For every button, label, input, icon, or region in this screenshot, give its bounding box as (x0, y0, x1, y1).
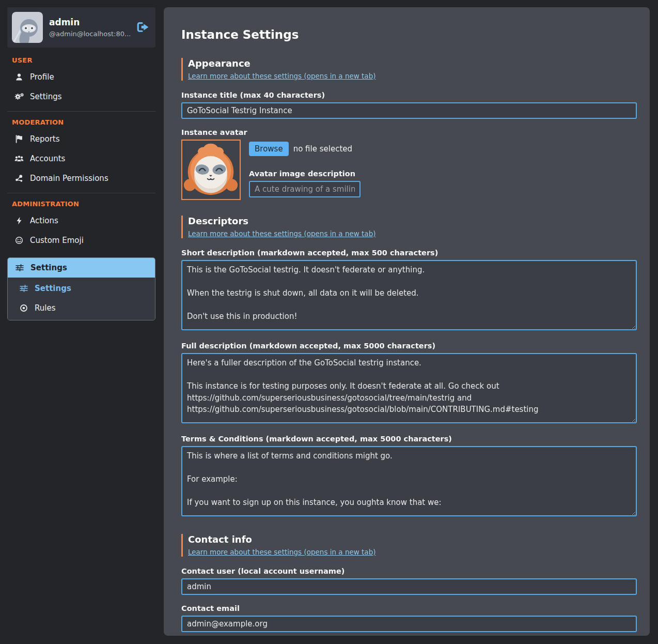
descriptors-section-head: Descriptors Learn more about these setti… (181, 216, 637, 238)
circle-dot-icon (19, 304, 28, 312)
sign-out-icon[interactable] (136, 22, 150, 33)
user-meta: admin @admin@localhost:80... (49, 17, 130, 38)
contact-section-head: Contact info Learn more about these sett… (181, 534, 637, 557)
instance-settings-panel: Instance Settings Appearance Learn more … (164, 7, 650, 636)
settings-submenu: Settings Rules (8, 278, 155, 320)
sidebar-item-label: Custom Emoji (30, 236, 84, 245)
sidebar-item-custom-emoji[interactable]: Custom Emoji (7, 231, 155, 250)
contact-email-input[interactable] (181, 616, 637, 632)
app-root: admin @admin@localhost:80... USER Profil… (0, 0, 658, 643)
smiley-icon (14, 236, 24, 244)
gears-icon (14, 93, 24, 101)
submenu-item-settings[interactable]: Settings (8, 279, 155, 298)
file-status-text: no file selected (293, 144, 352, 154)
user-handle: @admin@localhost:80... (49, 30, 130, 38)
flag-icon (14, 135, 24, 143)
sidebar-item-label: Accounts (30, 154, 65, 163)
sidebar-item-accounts[interactable]: Accounts (7, 149, 155, 168)
sloth-avatar-gray-icon (12, 12, 43, 43)
terms-label: Terms & Conditions (markdown accepted, m… (181, 435, 637, 443)
full-description-label: Full description (markdown accepted, max… (181, 342, 637, 350)
bolt-icon (14, 217, 24, 225)
file-picker-row: Browse no file selected (249, 142, 361, 156)
nav-section-user: USER Profile (7, 50, 155, 106)
terms-textarea[interactable] (181, 446, 637, 516)
sidebar-nav: USER Profile (7, 50, 155, 320)
nav-section-administration: ADMINISTRATION Actions Cu (7, 193, 155, 320)
settings-nav-group: Settings (7, 257, 155, 320)
sidebar-item-label: Profile (30, 72, 54, 82)
user-icon (14, 73, 24, 81)
instance-avatar-label: Instance avatar (181, 128, 637, 136)
instance-title-label: Instance title (max 40 characters) (181, 91, 637, 99)
browse-button[interactable]: Browse (249, 142, 289, 156)
appearance-learn-more-link[interactable]: Learn more about these settings (opens i… (188, 72, 375, 80)
share-nodes-icon (14, 174, 24, 182)
contact-user-label: Contact user (local account username) (181, 567, 637, 575)
users-icon (14, 155, 24, 163)
submenu-item-rules[interactable]: Rules (8, 298, 155, 318)
sliders-icon (19, 284, 28, 293)
sliders-icon (15, 264, 24, 272)
sidebar-item-label: Domain Permissions (30, 174, 108, 183)
nav-category-administration: ADMINISTRATION (7, 193, 155, 211)
sidebar-item-user-settings[interactable]: Settings (7, 87, 155, 106)
appearance-heading: Appearance (188, 58, 637, 69)
sidebar-item-profile[interactable]: Profile (7, 67, 155, 87)
instance-avatar-row: Browse no file selected Avatar image des… (181, 140, 637, 200)
user-avatar (12, 12, 43, 43)
nav-category-moderation: MODERATION (7, 112, 155, 129)
page-title: Instance Settings (181, 28, 637, 41)
instance-title-input[interactable] (181, 102, 637, 119)
sidebar-item-label: Settings (30, 92, 62, 101)
short-description-label: Short description (markdown accepted, ma… (181, 249, 637, 257)
contact-heading: Contact info (188, 534, 637, 545)
contact-learn-more-link[interactable]: Learn more about these settings (opens i… (188, 548, 375, 556)
full-description-textarea[interactable] (181, 353, 637, 423)
user-name: admin (49, 17, 130, 27)
nav-category-user: USER (7, 50, 155, 67)
submenu-item-label: Settings (35, 284, 71, 293)
user-card[interactable]: admin @admin@localhost:80... (7, 7, 155, 48)
sidebar-item-domain-permissions[interactable]: Domain Permissions (7, 168, 155, 188)
submenu-item-label: Rules (35, 303, 55, 313)
sidebar-item-label: Reports (30, 134, 60, 144)
sidebar-item-label: Actions (30, 216, 58, 225)
short-description-textarea[interactable] (181, 260, 637, 330)
descriptors-heading: Descriptors (188, 216, 637, 226)
sloth-avatar-orange-image (181, 140, 241, 200)
avatar-description-label: Avatar image description (249, 170, 361, 178)
descriptors-learn-more-link[interactable]: Learn more about these settings (opens i… (188, 229, 375, 238)
sidebar-item-actions[interactable]: Actions (7, 211, 155, 231)
avatar-description-input[interactable] (249, 181, 361, 197)
contact-email-label: Contact email (181, 604, 637, 612)
sidebar: admin @admin@localhost:80... USER Profil… (7, 7, 155, 320)
contact-user-input[interactable] (181, 578, 637, 595)
sidebar-item-reports[interactable]: Reports (7, 129, 155, 149)
appearance-section-head: Appearance Learn more about these settin… (181, 58, 637, 81)
sidebar-item-admin-settings[interactable]: Settings (8, 258, 155, 278)
nav-section-moderation: MODERATION Reports (7, 111, 155, 188)
sidebar-item-label: Settings (30, 263, 67, 272)
avatar-upload-column: Browse no file selected Avatar image des… (249, 140, 361, 200)
